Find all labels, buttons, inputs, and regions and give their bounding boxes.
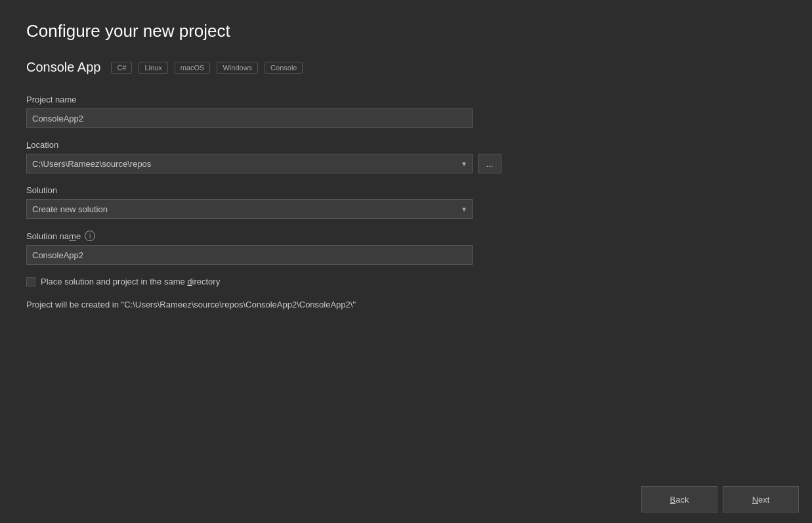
next-button[interactable]: Next	[723, 486, 799, 512]
back-button[interactable]: Back	[641, 486, 717, 512]
tag-console: Console	[265, 62, 303, 74]
project-name-input[interactable]	[26, 108, 473, 128]
same-directory-checkbox[interactable]	[26, 277, 35, 286]
solution-select-wrapper: Create new solution ▼	[26, 199, 473, 219]
solution-label: Solution	[26, 185, 786, 195]
bottom-bar: Back Next	[628, 476, 812, 523]
solution-select[interactable]: Create new solution	[26, 199, 473, 219]
location-select-wrapper: C:\Users\Rameez\source\repos ▼	[26, 154, 473, 173]
location-label: Location	[26, 140, 786, 150]
solution-name-label: Solution name	[26, 231, 81, 241]
project-name-label: Project name	[26, 95, 786, 104]
solution-name-info-icon: i	[85, 231, 95, 241]
tag-csharp: C#	[111, 62, 132, 74]
solution-name-input[interactable]	[26, 245, 473, 265]
tag-macos: macOS	[175, 62, 211, 74]
page-title: Configure your new project	[26, 21, 786, 41]
same-directory-label: Place solution and project in the same d…	[41, 277, 220, 286]
project-path-info: Project will be created in "C:\Users\Ram…	[26, 300, 786, 309]
tag-linux: Linux	[139, 62, 167, 74]
location-select[interactable]: C:\Users\Rameez\source\repos	[26, 154, 473, 173]
tag-windows: Windows	[217, 62, 258, 74]
browse-button[interactable]: ...	[478, 154, 502, 173]
app-name: Console App	[26, 60, 100, 75]
